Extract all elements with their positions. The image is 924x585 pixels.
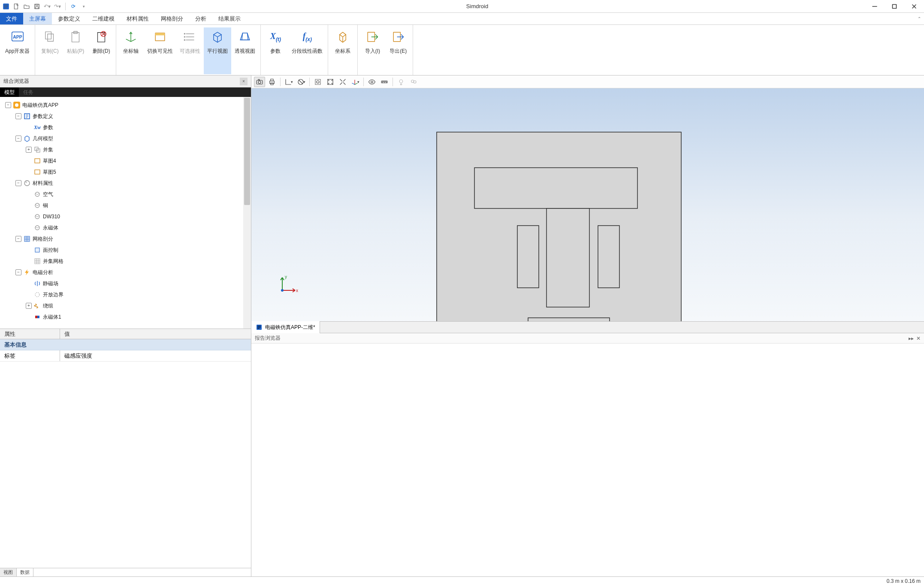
qa-dropdown-icon[interactable]: ▾ bbox=[79, 2, 88, 11]
menu-tab-results[interactable]: 结果展示 bbox=[212, 13, 247, 24]
refresh-icon[interactable]: ⟳ bbox=[69, 2, 78, 11]
ribbon-toggle-vis[interactable]: 切换可见性 bbox=[144, 27, 176, 74]
ribbon-app-dev[interactable]: APP App开发器 bbox=[2, 27, 33, 74]
tree-twisty-icon[interactable]: + bbox=[26, 147, 32, 153]
ribbon-import[interactable]: 导入(I) bbox=[359, 27, 385, 74]
ribbon-perspective-view[interactable]: 透视视图 bbox=[231, 27, 259, 74]
tree-node[interactable]: 草图4 bbox=[2, 155, 251, 166]
tree-node-label: 材料属性 bbox=[33, 180, 53, 187]
fit-icon[interactable] bbox=[325, 77, 336, 87]
minimize-button[interactable] bbox=[865, 0, 885, 13]
tree-twisty-icon[interactable]: − bbox=[15, 136, 21, 142]
tree-twisty-icon[interactable]: − bbox=[15, 180, 21, 186]
eye-icon[interactable] bbox=[366, 77, 377, 87]
menu-tab-params[interactable]: 参数定义 bbox=[52, 13, 86, 24]
maximize-button[interactable] bbox=[885, 0, 904, 13]
doc-tab-icon bbox=[256, 324, 263, 331]
ribbon-export[interactable]: 导出(E) bbox=[385, 27, 411, 74]
tree-twisty-icon[interactable]: + bbox=[26, 303, 32, 309]
menu-tab-mesh[interactable]: 网格剖分 bbox=[155, 13, 189, 24]
ribbon-params[interactable]: X(t)参数 bbox=[263, 27, 288, 74]
prop-row[interactable]: 标签 磁感应强度 bbox=[0, 350, 251, 362]
delete-icon bbox=[93, 28, 110, 45]
tree-node-label: 草图5 bbox=[43, 169, 56, 176]
document-tab[interactable]: 电磁铁仿真APP-二维* bbox=[251, 321, 320, 333]
ribbon-parallel-view[interactable]: 平行视图 bbox=[204, 27, 231, 74]
svg-rect-8 bbox=[45, 32, 51, 39]
svg-rect-59 bbox=[547, 208, 589, 307]
tree-node[interactable]: −参数定义 bbox=[2, 111, 251, 122]
dock-close-icon[interactable]: × bbox=[240, 78, 248, 85]
measure-icon[interactable] bbox=[379, 77, 390, 87]
zoom-window-icon[interactable] bbox=[312, 77, 323, 87]
menu-tab-home[interactable]: 主屏幕 bbox=[23, 13, 52, 24]
orient-icon[interactable]: ▾ bbox=[350, 77, 361, 87]
new-icon[interactable] bbox=[12, 2, 21, 11]
bottom-tab-view[interactable]: 视图 bbox=[0, 568, 17, 576]
report-close-icon[interactable]: ✕ bbox=[916, 335, 921, 341]
zoom-sel-icon[interactable] bbox=[337, 77, 348, 87]
save-icon[interactable] bbox=[33, 2, 41, 11]
tree-node[interactable]: −电磁铁仿真APP bbox=[2, 100, 251, 111]
axis-toggle-icon[interactable]: ▾ bbox=[283, 77, 294, 87]
tree-twisty-icon[interactable]: − bbox=[5, 102, 11, 108]
tree-node[interactable]: 并集网格 bbox=[2, 256, 251, 267]
tree-node-icon bbox=[33, 202, 41, 209]
ribbon-copy[interactable]: 复制(C) bbox=[37, 27, 63, 74]
tree-node-label: 永磁体1 bbox=[43, 314, 61, 321]
svg-text:APP: APP bbox=[13, 35, 22, 39]
light2-icon[interactable] bbox=[408, 77, 419, 87]
tree-twisty-icon[interactable]: − bbox=[15, 269, 21, 275]
tree-node[interactable]: −材料属性 bbox=[2, 178, 251, 189]
tree-node[interactable]: +并集 bbox=[2, 144, 251, 155]
svg-point-16 bbox=[184, 33, 186, 35]
redo-icon[interactable]: ↷▾ bbox=[53, 2, 62, 11]
tree-tab-model[interactable]: 模型 bbox=[0, 87, 19, 97]
report-next-icon[interactable]: ▸▸ bbox=[909, 335, 914, 341]
menu-tab-analysis[interactable]: 分析 bbox=[189, 13, 212, 24]
status-bar: 0.3 m x 0.16 m bbox=[0, 576, 924, 585]
tree-twisty-icon[interactable]: − bbox=[15, 113, 21, 119]
svg-point-61 bbox=[281, 289, 284, 292]
print-icon[interactable] bbox=[266, 77, 278, 87]
tree-node[interactable]: 开放边界 bbox=[2, 289, 251, 300]
tree-node[interactable]: DW310 bbox=[2, 211, 251, 222]
visibility-icon bbox=[151, 28, 169, 45]
tree-node[interactable]: 铜 bbox=[2, 200, 251, 211]
model-tree[interactable]: −电磁铁仿真APP−参数定义Xw参数−几何模型+并集草图4草图5−材料属性空气铜… bbox=[0, 97, 251, 329]
menu-tab-2d[interactable]: 二维建模 bbox=[86, 13, 121, 24]
bottom-tab-data[interactable]: 数据 bbox=[17, 568, 33, 576]
tree-node[interactable]: Xw参数 bbox=[2, 122, 251, 133]
tree-node[interactable]: +绕组 bbox=[2, 300, 251, 311]
close-button[interactable] bbox=[904, 0, 924, 13]
tree-node[interactable]: 静磁场 bbox=[2, 278, 251, 289]
menu-tab-material[interactable]: 材料属性 bbox=[121, 13, 155, 24]
tree-node[interactable]: 草图5 bbox=[2, 166, 251, 178]
tree-twisty-icon[interactable]: − bbox=[15, 236, 21, 242]
viewport-3d[interactable]: y x bbox=[251, 88, 924, 321]
tree-node[interactable]: −电磁分析 bbox=[2, 267, 251, 278]
ribbon-axis[interactable]: 坐标轴 bbox=[118, 27, 144, 74]
tree-tab-task[interactable]: 任务 bbox=[19, 87, 38, 97]
camera-icon[interactable] bbox=[254, 77, 265, 87]
tree-node[interactable]: 面控制 bbox=[2, 244, 251, 256]
ribbon-selectable[interactable]: 可选择性 bbox=[176, 27, 204, 74]
tree-node[interactable]: 永磁体 bbox=[2, 222, 251, 233]
tree-scrollbar[interactable] bbox=[243, 97, 251, 329]
tree-node[interactable]: 空气 bbox=[2, 189, 251, 200]
light-icon[interactable] bbox=[396, 77, 407, 87]
ribbon-paste[interactable]: 粘贴(P) bbox=[63, 27, 88, 74]
undo-icon[interactable]: ↶▾ bbox=[43, 2, 51, 11]
tree-node[interactable]: −几何模型 bbox=[2, 133, 251, 144]
ribbon-collapse-icon[interactable]: ⌃ bbox=[915, 13, 924, 24]
menu-file[interactable]: 文件 bbox=[0, 13, 23, 24]
tree-node[interactable]: 永磁体1 bbox=[2, 311, 251, 323]
hide-icon[interactable]: ▾ bbox=[296, 77, 307, 87]
ribbon-coordsys[interactable]: 坐标系 bbox=[330, 27, 356, 74]
ribbon-piecewise[interactable]: f(x)分段线性函数 bbox=[288, 27, 326, 74]
tree-node-label: 面控制 bbox=[43, 247, 58, 254]
ribbon-delete[interactable]: 删除(D) bbox=[88, 27, 114, 74]
open-icon[interactable] bbox=[22, 2, 31, 11]
tree-node[interactable]: −网格剖分 bbox=[2, 233, 251, 244]
app-icon[interactable] bbox=[2, 2, 10, 11]
